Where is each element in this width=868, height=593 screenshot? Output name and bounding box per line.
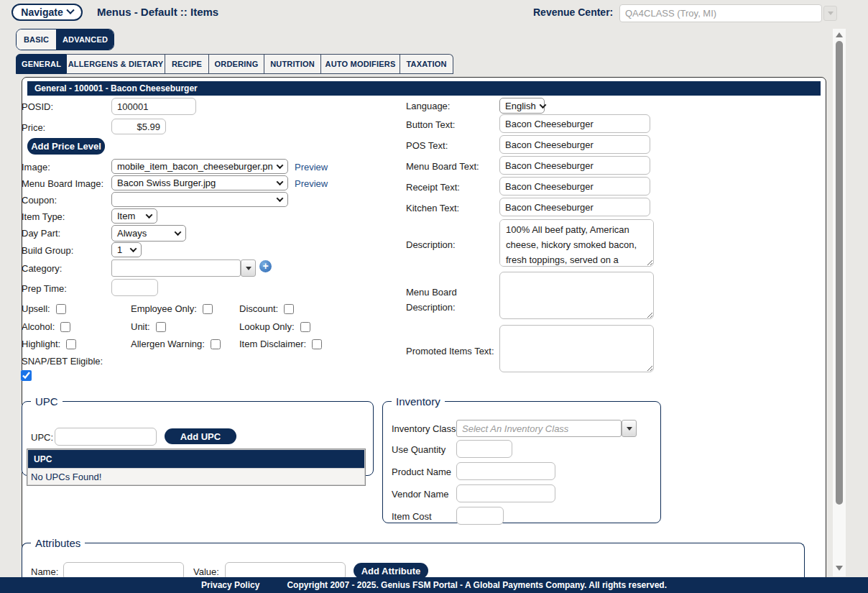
highlight-checkbox[interactable] [66, 339, 76, 349]
lookup-only-label: Lookup Only: [239, 321, 295, 332]
vertical-scrollbar[interactable] [833, 29, 846, 576]
navigate-button[interactable]: Navigate [11, 4, 83, 21]
item-cost-input[interactable] [456, 507, 504, 525]
select-chevron-icon [130, 245, 137, 252]
product-name-input[interactable] [456, 462, 555, 480]
pos-text-label: POS Text: [406, 140, 448, 151]
revenue-center-input[interactable] [619, 4, 822, 22]
receipt-text-input[interactable] [499, 177, 650, 196]
privacy-policy-link[interactable]: Privacy Policy [201, 580, 259, 590]
menu-board-description-textarea[interactable] [499, 272, 654, 319]
add-price-level-button[interactable]: Add Price Level [27, 138, 105, 155]
prep-time-label: Prep Time: [22, 283, 67, 294]
build-group-select[interactable]: 1 [111, 242, 142, 257]
tab-auto-modifiers[interactable]: AUTO MODIFIERS [321, 54, 400, 74]
item-cost-label: Item Cost [392, 511, 432, 522]
add-attribute-button[interactable]: Add Attribute [354, 563, 428, 579]
allergen-warning-label: Allergen Warning: [131, 339, 205, 349]
snap-ebt-checkbox[interactable] [21, 370, 32, 381]
tab-ordering[interactable]: ORDERING [209, 54, 264, 74]
employee-only-checkbox[interactable] [203, 304, 213, 314]
dropdown-arrow-icon [828, 12, 834, 15]
revenue-center-label: Revenue Center: [533, 6, 613, 18]
menu-board-image-select[interactable]: Bacon Swiss Burger.jpg [111, 175, 288, 190]
upc-label: UPC: [31, 432, 53, 443]
lookup-only-checkbox-field: Lookup Only: [239, 321, 310, 332]
allergen-warning-checkbox-field: Allergen Warning: [131, 339, 221, 349]
image-select[interactable]: mobile_item_bacon_cheeseburger.png [111, 159, 288, 174]
product-name-label: Product Name [392, 466, 451, 477]
upc-fieldset: UPC UPC: Add UPC UPC No UPCs Found! [22, 395, 374, 476]
tab-advanced[interactable]: ADVANCED [57, 29, 114, 50]
tab-basic[interactable]: BASIC [17, 29, 57, 50]
unit-checkbox-field: Unit: [131, 321, 166, 332]
image-preview-link[interactable]: Preview [295, 162, 328, 173]
button-text-input[interactable] [499, 114, 650, 133]
upc-empty-row: No UPCs Found! [27, 469, 365, 485]
menu-board-image-select-value: Bacon Swiss Burger.jpg [117, 178, 216, 188]
allergen-warning-checkbox[interactable] [211, 339, 221, 349]
coupon-select[interactable] [111, 192, 288, 207]
item-disclaimer-checkbox[interactable] [312, 339, 322, 349]
build-group-select-value: 1 [117, 244, 122, 255]
prep-time-input[interactable] [111, 279, 158, 296]
add-category-icon[interactable]: + [259, 260, 272, 272]
menu-items-page: Navigate Menus - Default :: Items Revenu… [0, 0, 868, 593]
attribute-name-label: Name: [31, 566, 58, 577]
inventory-fieldset: Inventory Inventory Class Use Quantity P… [382, 395, 661, 523]
add-upc-button[interactable]: Add UPC [165, 428, 236, 444]
inventory-class-dropdown-button[interactable] [622, 420, 637, 437]
tab-general[interactable]: GENERAL [16, 54, 67, 74]
category-dropdown-button[interactable] [241, 259, 256, 277]
use-quantity-input[interactable] [456, 440, 512, 458]
menu-board-description-label: Menu Board Description: [406, 285, 478, 315]
inventory-class-input[interactable] [456, 420, 622, 437]
menu-board-text-label: Menu Board Text: [406, 161, 479, 172]
upc-table-header: UPC [27, 449, 365, 469]
scroll-up-arrow-icon[interactable] [836, 32, 843, 37]
promoted-items-textarea[interactable] [499, 325, 654, 372]
description-label: Description: [406, 239, 456, 250]
category-input[interactable] [111, 259, 241, 277]
item-type-label: Item Type: [22, 211, 65, 222]
select-chevron-icon [277, 162, 284, 169]
inventory-class-label: Inventory Class [392, 423, 456, 434]
lookup-only-checkbox[interactable] [300, 322, 310, 332]
upc-input[interactable] [55, 428, 157, 446]
chevron-down-icon [66, 6, 74, 14]
snap-ebt-label: SNAP/EBT Eligible: [22, 356, 103, 367]
select-chevron-icon [277, 178, 284, 185]
scrollbar-thumb[interactable] [836, 41, 843, 505]
tab-taxation[interactable]: TAXATION [400, 54, 453, 74]
day-part-select[interactable]: Always [111, 225, 186, 242]
alcohol-checkbox[interactable] [60, 322, 70, 332]
menu-board-image-preview-link[interactable]: Preview [295, 178, 328, 189]
item-type-select[interactable]: Item [111, 208, 157, 224]
menu-board-image-label: Menu Board Image: [22, 178, 103, 189]
language-select[interactable]: English [499, 98, 545, 114]
pos-text-input[interactable] [499, 135, 650, 154]
tab-nutrition[interactable]: NUTRITION [264, 54, 321, 74]
revenue-center-dropdown-button[interactable] [823, 6, 837, 21]
item-disclaimer-label: Item Disclaimer: [239, 339, 306, 349]
menu-board-text-input[interactable] [499, 156, 650, 175]
select-chevron-icon [277, 195, 284, 202]
scroll-down-arrow-icon[interactable] [836, 566, 843, 571]
vendor-name-input[interactable] [456, 484, 555, 502]
tab-recipe[interactable]: RECIPE [165, 54, 209, 74]
discount-checkbox[interactable] [284, 304, 294, 314]
subtab-bar: GENERAL ALLERGENS & DIETARY RECIPE ORDER… [16, 54, 453, 74]
posid-input[interactable] [111, 98, 196, 115]
language-label: Language: [406, 101, 450, 111]
upsell-checkbox[interactable] [56, 304, 66, 314]
description-textarea[interactable]: 100% All beef patty, American cheese, hi… [499, 219, 654, 267]
copyright-text: Copyright 2007 - 2025. Genius FSM Portal… [287, 580, 667, 590]
alcohol-label: Alcohol: [22, 321, 55, 332]
price-input[interactable] [111, 119, 166, 134]
kitchen-text-input[interactable] [499, 198, 650, 216]
employee-only-label: Employee Only: [131, 303, 197, 314]
upsell-checkbox-field: Upsell: [22, 303, 66, 314]
tab-allergens-dietary[interactable]: ALLERGENS & DIETARY [67, 54, 165, 74]
unit-checkbox[interactable] [156, 322, 166, 332]
vendor-name-label: Vendor Name [392, 489, 449, 500]
